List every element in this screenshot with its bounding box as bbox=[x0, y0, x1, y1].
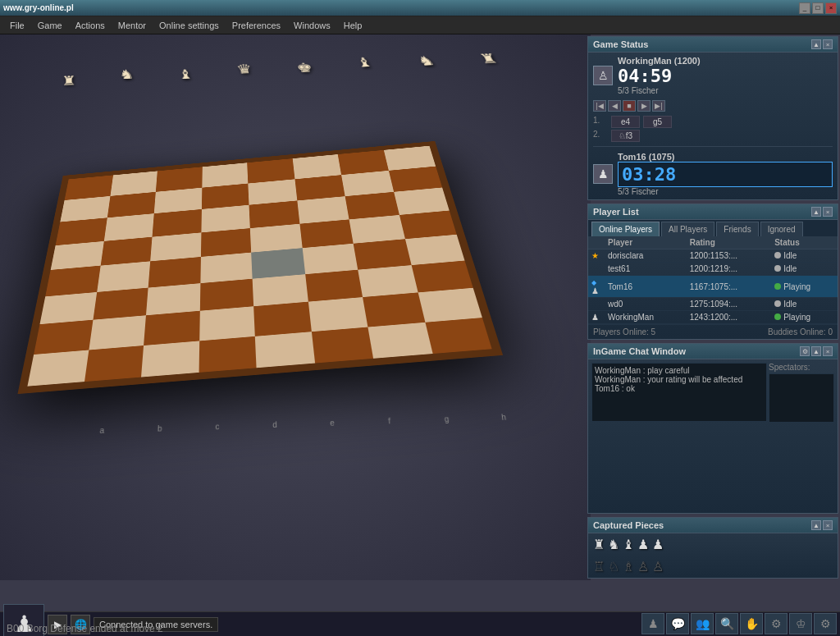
player-name-3: wd0 bbox=[605, 298, 687, 311]
bottom-toolbar: ♟ 💬 👥 🔍 ✋ ⚙ ♔ ⚙ bbox=[641, 613, 837, 634]
player-status-1: Idle bbox=[771, 263, 838, 276]
player-row-4[interactable]: ♟ WorkingMan 1243:1200:... Playing bbox=[588, 311, 838, 324]
chat-pin[interactable]: ▲ bbox=[811, 346, 821, 356]
captured-row-1: ♜ ♞ ♝ ♟ ♟ bbox=[588, 533, 838, 556]
player1-avatar: ♙ bbox=[593, 66, 613, 85]
menu-windows[interactable]: Windows bbox=[287, 19, 337, 32]
chat-panel: InGame Chat Window ⚙ ▲ × WorkingMan : pl… bbox=[587, 343, 838, 514]
prev-first-btn[interactable]: |◀ bbox=[593, 100, 606, 112]
player-rating-1: 1200:1219:... bbox=[687, 263, 772, 276]
file-labels: a b c d e f g h bbox=[73, 412, 533, 436]
toolbar-extra-icon[interactable]: ⚙ bbox=[814, 613, 837, 634]
menu-game[interactable]: Game bbox=[31, 19, 69, 32]
chess-board-3d: ♜ ♞ ♝ ♛ ♚ ♝ ♞ ♜ a b c d e f g h bbox=[25, 59, 533, 469]
spectators-box bbox=[769, 373, 834, 423]
menu-actions[interactable]: Actions bbox=[69, 19, 112, 32]
player1-info: WorkingMan (1200) 04:59 5/3 Fischer bbox=[618, 56, 833, 95]
player2-name: Tom16 (1075) bbox=[618, 152, 833, 162]
tab-online-players[interactable]: Online Players bbox=[591, 222, 660, 236]
captured-bishop-white: ♝ bbox=[623, 537, 634, 552]
players-online: Players Online: 5 bbox=[593, 327, 655, 336]
player-list-close[interactable]: × bbox=[823, 207, 833, 217]
captured-bishop-black: ♗ bbox=[623, 559, 634, 574]
main-area: ♜ ♞ ♝ ♛ ♚ ♝ ♞ ♜ a b c d e f g h bbox=[0, 34, 840, 611]
player-status-3: Idle bbox=[771, 298, 838, 311]
buddies-online: Buddies Online: 0 bbox=[768, 327, 833, 336]
player-list-panel: Player List ▲ × Online Players All Playe… bbox=[587, 204, 838, 340]
tab-all-players[interactable]: All Players bbox=[661, 222, 714, 236]
player-list-pin[interactable]: ▲ bbox=[811, 207, 821, 217]
board-grid bbox=[27, 146, 491, 387]
menu-file[interactable]: File bbox=[3, 19, 31, 32]
captured-pin[interactable]: ▲ bbox=[811, 520, 821, 530]
toolbar-board-icon[interactable]: ♟ bbox=[641, 613, 664, 634]
captured-close[interactable]: × bbox=[823, 520, 833, 530]
toolbar-players-icon[interactable]: 👥 bbox=[691, 613, 714, 634]
minimize-button[interactable]: _ bbox=[799, 2, 810, 14]
chess-board-surface[interactable] bbox=[17, 141, 503, 394]
stop-btn[interactable]: ■ bbox=[623, 100, 636, 112]
maximize-button[interactable]: □ bbox=[812, 2, 824, 14]
tab-friends[interactable]: Friends bbox=[716, 222, 758, 236]
player2-info: Tom16 (1075) 03:28 5/3 Fischer bbox=[618, 152, 833, 196]
game-status-pin[interactable]: ▲ bbox=[811, 39, 821, 49]
chat-settings[interactable]: ⚙ bbox=[800, 346, 810, 356]
game-status-close[interactable]: × bbox=[823, 39, 833, 49]
menu-help[interactable]: Help bbox=[337, 19, 369, 32]
player-row-3[interactable]: wd0 1275:1094:... Idle bbox=[588, 298, 838, 311]
player-list-footer: Players Online: 5 Buddies Online: 0 bbox=[588, 324, 838, 339]
toolbar-piece-icon[interactable]: ♔ bbox=[789, 613, 812, 634]
player-row-2[interactable]: ◆ ♟ Tom16 1167:1075:... Playing bbox=[588, 276, 838, 298]
game-status-header: Game Status ▲ × bbox=[588, 37, 838, 53]
chat-messages: WorkingMan : play careful WorkingMan : y… bbox=[591, 363, 767, 422]
player-status-4: Playing bbox=[771, 311, 838, 324]
player-piece-icon: ♟ bbox=[591, 286, 599, 295]
player1-section: ♙ WorkingMan (1200) 04:59 5/3 Fischer bbox=[588, 53, 838, 98]
chat-close[interactable]: × bbox=[823, 346, 833, 356]
close-button[interactable]: × bbox=[825, 2, 837, 14]
next-btn[interactable]: ▶ bbox=[637, 100, 651, 112]
player-name-2: Tom16 bbox=[605, 276, 687, 298]
captured-knight-white: ♞ bbox=[608, 537, 619, 552]
captured-pawn-black-1: ♙ bbox=[637, 559, 649, 574]
site-label: www.gry-online.pl bbox=[3, 3, 74, 12]
chess-board-area: ♜ ♞ ♝ ♛ ♚ ♝ ♞ ♜ a b c d e f g h bbox=[0, 34, 591, 580]
spectators-label: Spectators: bbox=[769, 363, 834, 372]
toolbar-chat-icon[interactable]: 💬 bbox=[666, 613, 689, 634]
player1-name: WorkingMan (1200) bbox=[618, 56, 833, 66]
move-white-2[interactable]: ♘f3 bbox=[611, 130, 640, 142]
player-list-header: Player List ▲ × bbox=[588, 204, 838, 220]
chat-spectators: Spectators: bbox=[769, 363, 834, 422]
chat-msg-0: WorkingMan : play careful bbox=[595, 366, 764, 375]
game-status-panel: Game Status ▲ × ♙ WorkingMan (1200) 04:5… bbox=[587, 36, 838, 200]
menu-preferences[interactable]: Preferences bbox=[226, 19, 287, 32]
move-white-1[interactable]: e4 bbox=[611, 116, 640, 128]
player-rating-0: 1200:1153:... bbox=[687, 249, 772, 263]
menu-bar: File Game Actions Mentor Online settings… bbox=[0, 16, 840, 34]
captured-pawn-white-2: ♟ bbox=[652, 537, 664, 552]
captured-knight-black: ♘ bbox=[608, 559, 619, 574]
chat-controls: ⚙ ▲ × bbox=[800, 346, 833, 356]
player-name-1: test61 bbox=[605, 263, 687, 276]
menu-online-settings[interactable]: Online settings bbox=[153, 19, 226, 32]
move-black-1[interactable]: g5 bbox=[643, 116, 672, 128]
next-last-btn[interactable]: ▶| bbox=[652, 100, 665, 112]
toolbar-settings-icon[interactable]: ⚙ bbox=[765, 613, 788, 634]
player-piece-icon-2: ♟ bbox=[591, 313, 599, 322]
captured-pawn-white-1: ♟ bbox=[637, 537, 649, 552]
timer-controls: |◀ ◀ ■ ▶ ▶| bbox=[588, 98, 838, 113]
toolbar-hand-icon[interactable]: ✋ bbox=[740, 613, 763, 634]
captured-pawn-black-2: ♙ bbox=[652, 559, 664, 574]
star-icon: ★ bbox=[591, 251, 599, 260]
tab-ignored[interactable]: Ignored bbox=[760, 222, 803, 236]
player2-piece-icon: ♟ bbox=[598, 167, 609, 181]
player-row-0[interactable]: ★ dorisclara 1200:1153:... Idle bbox=[588, 249, 838, 263]
game-status-title: Game Status bbox=[593, 39, 648, 49]
player2-timer: 03:28 bbox=[618, 162, 833, 187]
col-rating: Rating bbox=[687, 236, 772, 249]
menu-mentor[interactable]: Mentor bbox=[112, 19, 153, 32]
toolbar-seek-icon[interactable]: 🔍 bbox=[715, 613, 738, 634]
player-row-1[interactable]: test61 1200:1219:... Idle bbox=[588, 263, 838, 276]
game-status-controls: ▲ × bbox=[811, 39, 833, 49]
prev-btn[interactable]: ◀ bbox=[608, 100, 621, 112]
